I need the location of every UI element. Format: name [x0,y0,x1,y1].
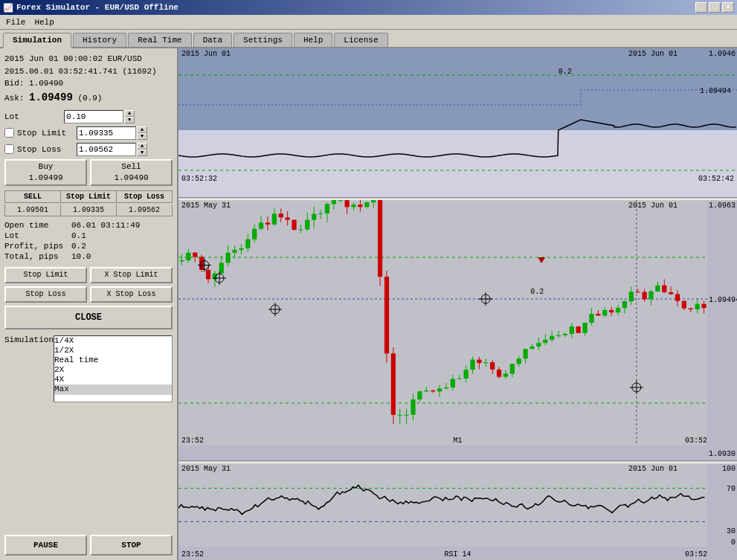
stop-loss-down[interactable]: ▼ [137,149,147,156]
tab-settings[interactable]: Settings [234,33,292,47]
stat-total: Total, pips 10.0 [4,252,173,261]
stop-limit-up[interactable]: ▲ [137,126,147,133]
tab-simulation[interactable]: Simulation [3,33,71,48]
window-title: Forex Simulator - EUR/USD Offline [16,3,178,12]
lot-spinner[interactable]: ▲ ▼ [124,110,135,123]
main-price-top: 1.0963 [709,202,736,210]
menu-file[interactable]: File [1,16,30,28]
timestamp-display: 2015.06.01 03:52:41.741 (11692) [4,65,173,78]
tab-history[interactable]: History [73,33,126,47]
upper-price-top: 1.0946 [709,50,736,58]
trade-info-header: SELL Stop Limit Stop Loss [4,190,173,203]
tab-license[interactable]: License [334,33,387,47]
chart-rsi: 2015 May 31 2015 Jun 01 100 70 30 0 23:5… [178,463,737,560]
title-bar: 📈 Forex Simulator - EUR/USD Offline _ □ … [0,0,737,15]
rsi-time-left: 23:52 [181,550,204,559]
rsi-chart-canvas [178,463,737,560]
action-row-1: Stop Limit X Stop Limit [4,267,173,283]
menu-help[interactable]: Help [30,16,58,28]
stop-loss-row: Stop Loss ▲ ▼ [4,143,173,156]
sim-option-realtime[interactable]: Real time [54,355,172,365]
maximize-button[interactable]: □ [709,2,721,13]
simulation-listbox[interactable]: 1/4X 1/2X Real time 2X 4X Max [54,335,173,402]
rsi-level-30: 30 [727,527,736,535]
tab-helpinner[interactable]: Help [294,33,332,47]
lot-up-arrow[interactable]: ▲ [124,110,135,117]
stop-loss-label: Stop Loss [17,145,77,154]
tab-realtime[interactable]: Real Time [128,33,191,47]
sell-button[interactable]: Sell 1.09490 [90,159,173,186]
chart-upper: 2015 Jun 01 2015 Jun 01 03:52:32 03:52:4… [178,48,737,197]
upper-date-right: 2015 Jun 01 [628,50,678,58]
main-time-right: 03:52 [685,437,707,445]
stop-loss-button[interactable]: Stop Loss [4,286,87,303]
main-chart-canvas [178,200,737,460]
rsi-level-70: 70 [727,485,736,493]
close-window-button[interactable]: × [722,2,734,13]
buy-line1: Buy [39,162,54,171]
stop-limit-spinner[interactable]: ▲ ▼ [137,126,147,140]
stop-button[interactable]: STOP [90,535,173,556]
trade-header-stoploss: Stop Loss [117,191,172,202]
stop-limit-input[interactable] [77,126,136,140]
lot-row: Lot ▲ ▼ [4,110,173,123]
stop-limit-checkbox[interactable] [4,128,14,138]
chart-main: 2015 May 31 2015 Jun 01 1.0963 23:52 M1 … [178,200,737,460]
sim-option-max[interactable]: Max [54,384,172,394]
stop-limit-button[interactable]: Stop Limit [4,267,87,283]
left-panel: 2015 Jun 01 00:00:02 EUR/USD 2015.06.01 … [0,48,178,560]
lot-down-arrow[interactable]: ▼ [124,117,135,123]
sell-line1: Sell [121,162,141,171]
ask-value: 1.09499 [29,91,73,103]
rsi-time-right: 03:52 [685,550,707,559]
close-button[interactable]: CLOSE [4,306,173,329]
rsi-level-0: 0 [731,538,736,547]
buy-button[interactable]: Buy 1.09499 [4,159,87,186]
stop-loss-checkbox[interactable] [4,144,14,154]
rsi-level-100: 100 [722,465,736,473]
info-section: 2015 Jun 01 00:00:02 EUR/USD 2015.06.01 … [4,53,173,106]
simulation-section: Simulation 1/4X 1/2X Real time 2X 4X Max [4,335,173,531]
stop-loss-input[interactable] [77,143,136,156]
menu-bar: File Help [0,15,737,30]
buy-sell-row: Buy 1.09499 Sell 1.09490 [4,159,173,186]
rsi-date-right: 2015 Jun 01 [628,465,678,473]
x-stop-limit-button[interactable]: X Stop Limit [90,267,173,283]
main-date-right: 2015 Jun 01 [628,202,678,210]
bid-value: 1.09490 [29,79,63,88]
lot-input[interactable] [64,110,123,123]
rsi-time-center: RSI 14 [444,550,471,559]
upper-chart-canvas [178,48,737,197]
tabs-bar: Simulation History Real Time Data Settin… [0,30,737,48]
stop-limit-down[interactable]: ▼ [137,133,147,140]
bid-display: Bid: 1.09490 [4,77,173,90]
x-stop-loss-button[interactable]: X Stop Loss [90,286,173,303]
simulation-label: Simulation [4,335,49,531]
main-date-left: 2015 May 31 [181,202,231,210]
sim-option-4x[interactable]: 4X [54,375,172,384]
stat-opentime: Open time 06.01 03:11:49 [4,221,173,230]
bottom-buttons: PAUSE STOP [4,535,173,556]
stop-loss-up[interactable]: ▲ [137,143,147,149]
ask-display: Ask: 1.09499 (0.9) [4,90,173,106]
stat-profit: Profit, pips 0.2 [4,242,173,251]
sim-option-quarter[interactable]: 1/4X [54,336,172,346]
trade-header-stoplimit: Stop Limit [61,191,117,202]
sim-option-2x[interactable]: 2X [54,365,172,375]
ask-sub: (0.9) [77,94,102,103]
tab-data[interactable]: Data [193,33,232,47]
main-price-bottom: 1.0930 [709,450,736,458]
pause-button[interactable]: PAUSE [4,535,87,556]
datetime-display: 2015 Jun 01 00:00:02 EUR/USD [4,53,173,65]
upper-date-left: 2015 Jun 01 [181,50,231,58]
buy-line2: 1.09499 [28,173,62,182]
main-time-center: M1 [453,437,462,445]
trade-val-stoploss: 1.09562 [117,205,172,216]
sim-option-half[interactable]: 1/2X [54,346,172,355]
rsi-date-left: 2015 May 31 [181,465,231,473]
bid-label: Bid: [4,79,24,88]
main-time-left: 23:52 [181,437,204,445]
trade-info-values: 1.09501 1.09335 1.09562 [4,205,173,216]
stop-loss-spinner[interactable]: ▲ ▼ [137,143,147,156]
minimize-button[interactable]: _ [695,2,707,13]
